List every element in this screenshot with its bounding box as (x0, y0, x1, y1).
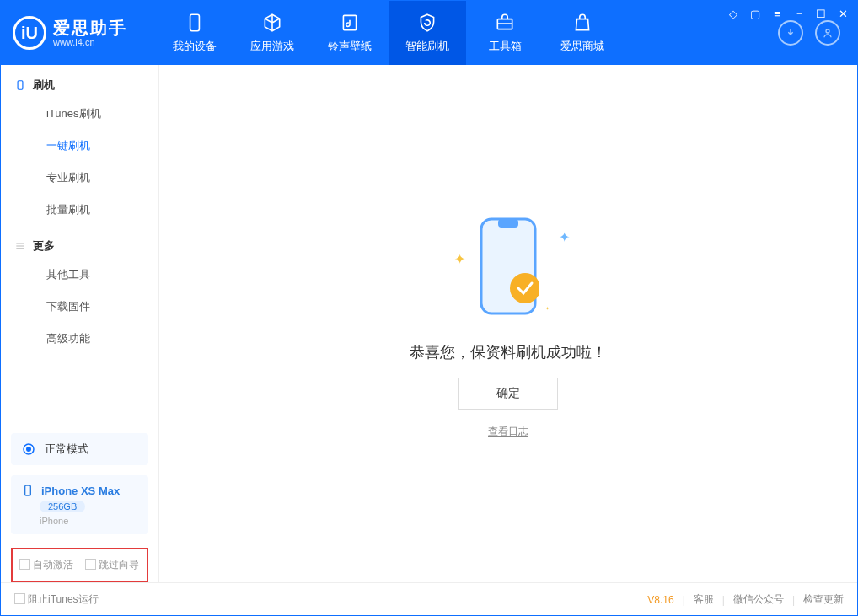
sidebar: 刷机 iTunes刷机 一键刷机 专业刷机 批量刷机 更多 其他工具 下载固件 … (1, 65, 159, 582)
mode-icon (21, 442, 36, 457)
sidebar-item-itunes[interactable]: iTunes刷机 (1, 98, 158, 130)
sidebar-item-advanced[interactable]: 高级功能 (1, 323, 158, 355)
tab-ringtone-label: 铃声壁纸 (328, 39, 372, 54)
device-name: iPhone XS Max (41, 485, 120, 497)
user-button[interactable] (815, 20, 840, 46)
toolbox-icon (494, 12, 516, 34)
tab-tools[interactable]: 工具箱 (466, 1, 544, 65)
app-name: 爱思助手 (53, 19, 127, 37)
device-icon (21, 484, 35, 497)
user-icon (821, 26, 834, 40)
wechat-link[interactable]: 微信公众号 (733, 592, 784, 607)
check-update-link[interactable]: 检查更新 (803, 592, 844, 607)
sidebar-section-flash: 刷机 (1, 65, 158, 98)
window-controls: ◇ ▢ ≡ － ☐ ✕ (727, 6, 849, 21)
tab-tools-label: 工具箱 (489, 39, 522, 54)
svg-point-3 (826, 29, 829, 33)
block-itunes-checkbox[interactable]: 阻止iTunes运行 (14, 592, 99, 607)
titlebar: iU 爱思助手 www.i4.cn 我的设备 应用游戏 铃声壁纸 智能刷机 工具… (1, 1, 857, 65)
auto-activate-checkbox[interactable]: 自动激活 (19, 558, 73, 572)
feedback-icon[interactable]: ▢ (749, 8, 761, 20)
phone-small-icon (14, 79, 26, 91)
header-right (778, 20, 840, 46)
tab-apps-label: 应用游戏 (250, 39, 294, 54)
tab-store[interactable]: 爱思商城 (544, 1, 621, 65)
shield-refresh-icon (416, 12, 438, 34)
list-icon (14, 240, 26, 252)
skip-guide-label: 跳过向导 (99, 559, 139, 570)
sidebar-item-oneclick[interactable]: 一键刷机 (1, 130, 158, 162)
success-message: 恭喜您，保资料刷机成功啦！ (410, 342, 607, 362)
cube-icon (261, 12, 283, 34)
sidebar-section-flash-label: 刷机 (33, 78, 55, 93)
tab-device[interactable]: 我的设备 (156, 1, 233, 65)
device-card[interactable]: iPhone XS Max 256GB iPhone (11, 475, 148, 534)
close-button[interactable]: ✕ (837, 8, 849, 20)
sidebar-section-more: 更多 (1, 226, 158, 259)
download-icon (784, 26, 797, 40)
version-label: V8.16 (647, 594, 673, 606)
auto-activate-label: 自动激活 (33, 559, 73, 570)
device-capacity: 256GB (40, 501, 85, 512)
skin-icon[interactable]: ◇ (727, 8, 739, 20)
sidebar-section-more-label: 更多 (33, 238, 55, 254)
view-log-link[interactable]: 查看日志 (488, 425, 528, 439)
minimize-button[interactable]: － (793, 6, 805, 21)
options-row: 自动激活 跳过向导 (11, 548, 148, 582)
logo-icon: iU (13, 16, 46, 50)
block-itunes-label: 阻止iTunes运行 (28, 593, 99, 605)
menu-icon[interactable]: ≡ (771, 8, 783, 20)
tab-ringtone[interactable]: 铃声壁纸 (311, 1, 389, 65)
sidebar-item-pro[interactable]: 专业刷机 (1, 162, 158, 194)
svg-point-6 (27, 447, 31, 452)
svg-rect-7 (25, 485, 31, 495)
svg-rect-0 (190, 14, 200, 31)
sidebar-item-firmware[interactable]: 下载固件 (1, 291, 158, 323)
svg-rect-9 (498, 219, 518, 228)
main-tabs: 我的设备 应用游戏 铃声壁纸 智能刷机 工具箱 爱思商城 (156, 1, 621, 65)
app-logo: iU 爱思助手 www.i4.cn (13, 16, 156, 50)
maximize-button[interactable]: ☐ (815, 8, 827, 20)
device-type: iPhone (40, 516, 68, 526)
tab-store-label: 爱思商城 (560, 39, 604, 54)
tab-apps[interactable]: 应用游戏 (233, 1, 311, 65)
phone-icon (184, 12, 206, 34)
svg-rect-4 (18, 81, 23, 90)
app-url: www.i4.cn (53, 37, 127, 47)
skip-guide-checkbox[interactable]: 跳过向导 (85, 558, 139, 572)
tab-device-label: 我的设备 (173, 39, 217, 54)
phone-success-icon (478, 216, 539, 317)
mode-label: 正常模式 (45, 442, 88, 457)
mode-card[interactable]: 正常模式 (11, 433, 148, 465)
main-content: ✦ ✦ ✦ 恭喜您，保资料刷机成功啦！ 确定 查看日志 (159, 65, 857, 582)
customer-service-link[interactable]: 客服 (694, 592, 714, 607)
success-illustration: ✦ ✦ ✦ (449, 209, 567, 327)
ok-button[interactable]: 确定 (458, 378, 558, 410)
sidebar-item-other[interactable]: 其他工具 (1, 259, 158, 291)
sidebar-item-batch[interactable]: 批量刷机 (1, 194, 158, 226)
tab-flash-label: 智能刷机 (405, 39, 449, 54)
tab-flash[interactable]: 智能刷机 (389, 1, 466, 65)
bag-icon (571, 12, 593, 34)
download-button[interactable] (778, 20, 803, 46)
music-icon (339, 12, 361, 34)
statusbar: 阻止iTunes运行 V8.16 | 客服 | 微信公众号 | 检查更新 (1, 582, 857, 616)
